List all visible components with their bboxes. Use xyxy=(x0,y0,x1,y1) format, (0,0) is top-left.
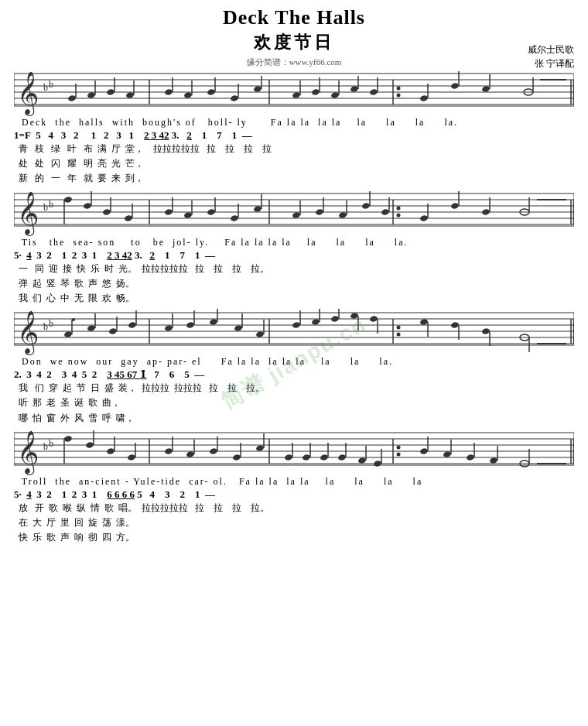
svg-point-151 xyxy=(369,315,378,322)
notation-3: 2. 3 4 2 3 4 5 2 3 45 67 1̇ 7 6 5 — xyxy=(14,368,574,381)
svg-point-143 xyxy=(292,321,300,328)
staff-svg-1: 𝄞 b b xyxy=(14,70,574,116)
svg-point-45 xyxy=(419,94,428,101)
svg-point-25 xyxy=(164,88,173,95)
svg-point-133 xyxy=(164,324,173,331)
svg-point-191 xyxy=(209,447,217,454)
cn-3-line3: 哪 怕 窗 外 风 雪 呼 啸， xyxy=(14,411,574,426)
page-header: Deck The Halls 欢度节日 缘分简谱：www.yf66.com xyxy=(14,6,574,68)
svg-point-120 xyxy=(397,326,401,330)
staff-svg-2: 𝄞 b b xyxy=(14,190,574,236)
svg-point-33 xyxy=(253,85,262,92)
svg-point-49 xyxy=(481,85,490,92)
svg-point-35 xyxy=(292,91,300,98)
svg-point-72 xyxy=(64,198,67,201)
svg-point-147 xyxy=(330,315,339,322)
lyrics-en-3: Don we now our gay ap- par- el Fa la la … xyxy=(14,355,574,368)
svg-point-199 xyxy=(302,454,310,461)
svg-point-153 xyxy=(419,318,428,325)
svg-text:b: b xyxy=(49,199,53,210)
svg-point-207 xyxy=(373,460,381,467)
notation-1: 1=F 5 4 3 2 1 2 3 1 2 3 42 3. 2 1 7 1 — xyxy=(14,129,574,142)
svg-point-14 xyxy=(397,94,401,98)
svg-point-149 xyxy=(350,312,358,319)
svg-point-139 xyxy=(234,324,242,331)
cn-4-line1: 放 开 歌 喉 纵 情 歌 唱。 拉拉拉拉拉 拉 拉 拉 拉。 xyxy=(14,501,574,515)
svg-point-201 xyxy=(320,454,328,461)
svg-text:𝄞: 𝄞 xyxy=(17,310,39,355)
svg-text:b: b xyxy=(49,318,53,329)
svg-point-89 xyxy=(292,211,300,218)
lyrics-en-4: Troll the an-cient - Yule-tide car- ol. … xyxy=(14,475,574,488)
svg-text:b: b xyxy=(49,79,53,90)
svg-point-145 xyxy=(311,318,320,325)
svg-point-39 xyxy=(330,91,339,98)
svg-point-99 xyxy=(419,214,428,221)
svg-point-85 xyxy=(230,214,238,221)
cn-1-line1: 青 枝 绿 叶 布 满 厅 堂， 拉拉拉拉拉 拉 拉 拉 拉 xyxy=(14,142,574,156)
cn-1-line3: 新 的 一 年 就 要 来 到， xyxy=(14,171,574,186)
svg-point-13 xyxy=(397,87,401,91)
svg-point-187 xyxy=(164,447,173,454)
notation-2: 5· 4 3 2 1 2 3 1 2 3 42 3. 2 1 7 1 — xyxy=(14,249,574,262)
svg-point-27 xyxy=(183,91,192,98)
svg-point-37 xyxy=(311,88,320,95)
cn-2-line1: 一 同 迎 接 快 乐 时 光。 拉拉拉拉拉 拉 拉 拉 拉。 xyxy=(14,262,574,276)
section-2: 𝄞 b b xyxy=(14,190,574,306)
svg-text:b: b xyxy=(49,438,53,449)
title-english: Deck The Halls xyxy=(14,6,574,29)
svg-point-103 xyxy=(481,208,490,215)
notation-4: 5· 4 3 2 1 2 3 1 6 6 6 6 5 4 3 2 1 — xyxy=(14,488,574,501)
svg-point-67 xyxy=(397,213,401,217)
svg-point-21 xyxy=(106,88,115,95)
cn-3-line2: 听 那 老 圣 诞 歌 曲， xyxy=(14,396,574,410)
svg-point-81 xyxy=(183,211,192,218)
svg-point-175 xyxy=(397,452,401,456)
svg-text:𝄞: 𝄞 xyxy=(17,430,39,475)
attribution-line2: 张 宁译配 xyxy=(528,57,574,70)
svg-point-73 xyxy=(83,202,91,209)
svg-point-124 xyxy=(63,330,72,337)
svg-point-157 xyxy=(481,327,490,334)
svg-text:b: b xyxy=(43,321,48,332)
svg-point-41 xyxy=(350,85,358,92)
section-3: 𝄞 b b xyxy=(14,309,574,426)
svg-point-183 xyxy=(106,447,115,454)
svg-point-121 xyxy=(397,333,401,337)
svg-point-205 xyxy=(357,457,366,464)
svg-text:𝄞: 𝄞 xyxy=(17,191,39,236)
cn-1-line2: 处 处 闪 耀 明 亮 光 芒， xyxy=(14,156,574,171)
section-1: 𝄞 b b xyxy=(14,70,574,187)
svg-point-155 xyxy=(450,321,459,328)
svg-point-193 xyxy=(232,454,241,461)
svg-point-97 xyxy=(381,208,389,215)
svg-point-137 xyxy=(209,318,217,325)
svg-point-95 xyxy=(361,202,370,209)
svg-point-131 xyxy=(128,321,136,328)
svg-point-215 xyxy=(489,457,497,464)
svg-point-31 xyxy=(230,94,238,101)
cn-4-line2: 在 大 厅 里 回 旋 荡 漾。 xyxy=(14,515,574,530)
title-chinese: 欢度节日 xyxy=(14,31,574,54)
svg-point-75 xyxy=(102,208,111,215)
lyrics-en-1: Deck the halls with bough's of holl- ly … xyxy=(14,116,574,129)
lyrics-en-2: Tis the sea- son to be jol- ly. Fa la la… xyxy=(14,236,574,249)
svg-point-93 xyxy=(338,211,347,218)
svg-point-101 xyxy=(450,202,459,209)
section-4: 𝄞 b b xyxy=(14,429,574,546)
svg-point-47 xyxy=(450,82,459,89)
svg-point-209 xyxy=(419,447,428,454)
cn-4-line3: 快 乐 歌 声 响 彻 四 方。 xyxy=(14,530,574,545)
svg-point-23 xyxy=(125,91,134,98)
svg-point-91 xyxy=(315,208,323,215)
svg-point-189 xyxy=(186,450,194,457)
subtitle: 缘分简谱：www.yf66.com xyxy=(14,57,574,68)
cn-2-line3: 我 们 心 中 无 限 欢 畅。 xyxy=(14,291,574,306)
svg-point-17 xyxy=(67,94,76,101)
svg-text:𝄞: 𝄞 xyxy=(17,71,39,116)
svg-text:b: b xyxy=(43,441,48,452)
svg-point-127 xyxy=(87,324,95,331)
staff-svg-4: 𝄞 b b xyxy=(14,429,574,475)
svg-point-19 xyxy=(87,91,95,98)
svg-text:b: b xyxy=(43,82,48,93)
